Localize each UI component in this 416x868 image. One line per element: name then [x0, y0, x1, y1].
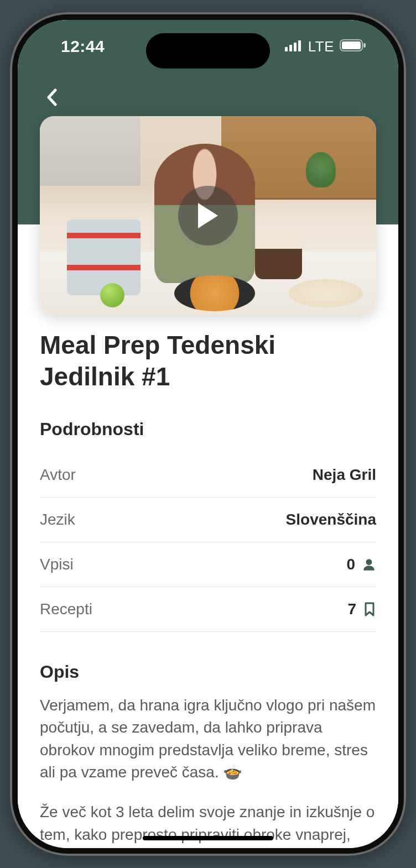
detail-label: Jezik — [40, 511, 75, 529]
detail-label: Recepti — [40, 600, 92, 618]
play-overlay — [40, 116, 376, 315]
content-scroll[interactable]: Meal Prep Tedenski Jedilnik #1 Podrobnos… — [18, 224, 398, 848]
details-header: Podrobnosti — [40, 419, 376, 440]
phone-screen: 12:44 LTE — [18, 20, 398, 848]
svg-point-7 — [366, 559, 372, 565]
description-paragraph: Že več kot 3 leta delim svoje znanje in … — [40, 801, 376, 848]
play-button[interactable] — [178, 186, 238, 245]
svg-rect-2 — [294, 43, 297, 51]
detail-value-number: 0 — [346, 556, 355, 573]
svg-rect-3 — [298, 40, 301, 51]
network-label: LTE — [308, 38, 334, 55]
detail-row-author: Avtor Neja Gril — [40, 453, 376, 498]
detail-row-language: Jezik Slovenščina — [40, 498, 376, 542]
svg-rect-1 — [289, 45, 292, 51]
description-header: Opis — [40, 662, 376, 682]
home-indicator[interactable] — [143, 836, 273, 840]
notch — [146, 33, 270, 69]
detail-value: Neja Gril — [313, 466, 376, 484]
video-preview[interactable] — [40, 116, 376, 315]
chevron-left-icon — [46, 88, 58, 106]
detail-label: Vpisi — [40, 556, 74, 573]
phone-frame: 12:44 LTE — [10, 12, 406, 856]
status-time: 12:44 — [61, 37, 105, 56]
description-body: Verjamem, da hrana igra ključno vlogo pr… — [40, 694, 376, 848]
back-button[interactable] — [40, 85, 64, 109]
detail-value: Slovenščina — [286, 511, 376, 529]
signal-icon — [285, 39, 303, 54]
description-paragraph: Verjamem, da hrana igra ključno vlogo pr… — [40, 694, 376, 783]
status-indicators: LTE — [285, 38, 366, 55]
detail-label: Avtor — [40, 466, 76, 484]
detail-value: 0 — [346, 556, 376, 573]
detail-row-enrollments: Vpisi 0 — [40, 542, 376, 587]
svg-rect-5 — [342, 41, 361, 49]
svg-rect-0 — [285, 47, 288, 51]
detail-row-recipes: Recepti 7 — [40, 587, 376, 632]
detail-value: 7 — [347, 600, 376, 618]
page-title: Meal Prep Tedenski Jedilnik #1 — [40, 330, 376, 393]
svg-rect-6 — [363, 43, 366, 48]
bookmark-icon — [363, 602, 376, 616]
battery-icon — [340, 39, 366, 54]
play-icon — [196, 202, 220, 229]
detail-value-number: 7 — [347, 600, 356, 618]
user-icon — [362, 557, 376, 572]
